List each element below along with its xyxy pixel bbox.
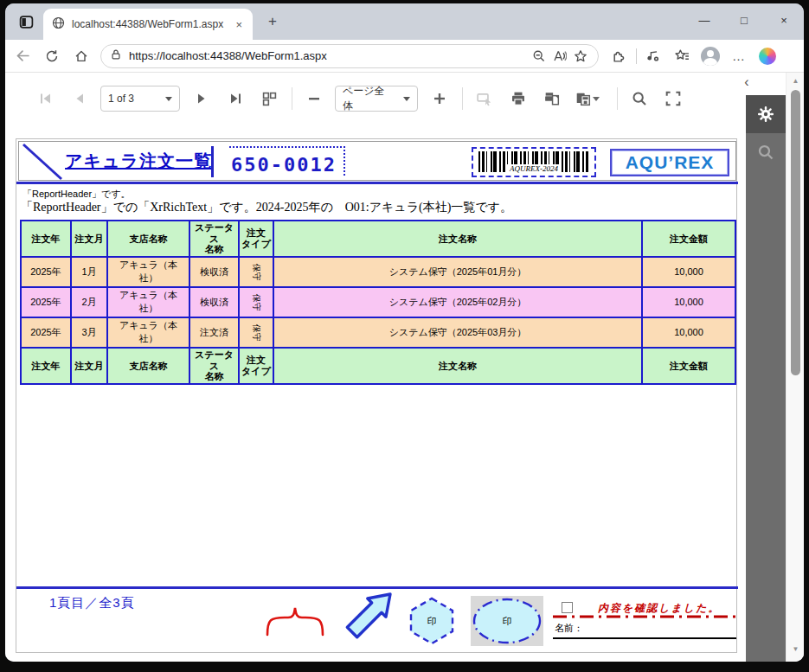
highlight-editing-fields-icon[interactable]	[472, 86, 498, 112]
home-icon[interactable]	[69, 44, 93, 68]
cell-order-type: 保守	[239, 257, 273, 287]
read-aloud-icon[interactable]	[549, 46, 570, 67]
toolbar-divider	[636, 48, 637, 64]
maximize-button[interactable]: □	[724, 3, 764, 36]
multipage-view-icon[interactable]	[256, 86, 282, 112]
table-row: 2025年 2月 アキュラ（本社） 検収済 保守 システム保守（2025年02月…	[21, 287, 735, 317]
close-button[interactable]: ×	[764, 3, 804, 36]
zoom-selector-value: ページ全体	[343, 84, 395, 113]
tab-title: localhost:44388/WebForm1.aspx	[72, 18, 232, 30]
browser-window: localhost:44388/WebForm1.aspx × + — □ × …	[5, 3, 804, 662]
cell-order-month: 1月	[71, 257, 107, 287]
signature-line	[553, 637, 736, 639]
col-order-name: 注文名称	[273, 221, 642, 257]
zoom-out-button[interactable]	[301, 86, 327, 112]
last-page-button[interactable]	[222, 86, 248, 112]
toolbar-separator	[462, 87, 463, 110]
cell-status: 検収済	[189, 257, 239, 287]
tab-search-panel[interactable]	[746, 133, 786, 171]
tab-strip: localhost:44388/WebForm1.aspx × + — □ ×	[5, 3, 804, 40]
print-page-icon[interactable]	[539, 86, 565, 112]
name-label: 名前：	[555, 622, 583, 635]
diagonal-line-shape	[21, 143, 64, 181]
cell-order-name: システム保守（2025年02月分）	[273, 287, 642, 317]
browser-tab[interactable]: localhost:44388/WebForm1.aspx ×	[43, 9, 253, 40]
header-divider-line	[211, 146, 214, 177]
company-logo: AQU’REX	[610, 149, 729, 176]
barcode-label: AQUREX-2024	[506, 164, 562, 173]
toolbar-separator	[292, 87, 292, 110]
postal-code-box: 650-0012	[229, 146, 345, 176]
col-branch-name: 支店名称	[107, 221, 189, 257]
zoom-selector[interactable]: ページ全体	[335, 86, 418, 112]
scrollbar-thumb[interactable]	[791, 90, 800, 375]
confirm-checkbox[interactable]	[562, 602, 573, 613]
header-rule-line	[16, 182, 738, 184]
collapse-panel-icon[interactable]: ‹	[738, 74, 755, 92]
page-scrollbar[interactable]: ▲ ▼	[786, 73, 804, 662]
window-controls: — □ ×	[684, 3, 804, 36]
cell-order-type: 保守	[239, 317, 273, 348]
fullscreen-icon[interactable]	[660, 86, 686, 112]
url-text[interactable]: https://localhost:44388/WebForm1.aspx	[129, 49, 529, 62]
arrow-polygon	[347, 594, 390, 637]
cell-order-year: 2025年	[21, 287, 71, 317]
cell-order-month: 3月	[71, 317, 107, 348]
first-page-button[interactable]	[33, 86, 59, 112]
cell-order-month: 2月	[71, 287, 107, 317]
favorites-hub-icon[interactable]	[671, 45, 693, 67]
viewer-side-rail	[746, 95, 786, 662]
favorite-star-icon[interactable]	[570, 46, 591, 67]
report-header-text: 「ReportHeader」です。	[22, 188, 131, 201]
cell-order-amount: 10,000	[642, 287, 735, 317]
extensions-icon[interactable]	[607, 45, 630, 67]
orders-table: 注文年 注文月 支店名称 ステータス 名称 注文 タイプ 注文名称 注文金額 2…	[20, 220, 736, 385]
footer-rule-line	[16, 586, 738, 589]
export-icon[interactable]	[573, 86, 607, 112]
table-header-row: 注文年 注文月 支店名称 ステータス 名称 注文 タイプ 注文名称 注文金額	[21, 221, 735, 257]
page-selector[interactable]: 1 of 3	[100, 86, 180, 112]
scroll-down-icon[interactable]: ▼	[787, 641, 804, 656]
cell-branch-name: アキュラ（本社）	[107, 317, 189, 348]
cell-order-name: システム保守（2025年03月分）	[273, 317, 642, 348]
zoom-in-button[interactable]	[427, 86, 453, 112]
stamp-hexagon: 印	[408, 596, 456, 646]
profile-avatar[interactable]	[699, 45, 722, 67]
stamp-text: 印	[408, 615, 456, 628]
search-icon	[757, 144, 774, 161]
report-page: アキュラ注文一覧 650-0012 AQUREX-2024 AQU’REX 「R…	[16, 138, 737, 653]
globe-icon	[52, 16, 65, 33]
report-title: アキュラ注文一覧	[64, 150, 213, 173]
stamp-ellipse: 印	[471, 596, 543, 646]
col-order-year: 注文年	[21, 221, 71, 257]
back-icon[interactable]	[10, 44, 35, 68]
page-number-info: 1頁目／全3頁	[49, 595, 135, 611]
cell-order-amount: 10,000	[642, 257, 735, 287]
col-status-name: ステータス 名称	[189, 221, 239, 257]
lock-icon	[110, 48, 122, 64]
address-bar: https://localhost:44388/WebForm1.aspx	[5, 40, 804, 73]
settings-more-icon[interactable]: …	[728, 45, 750, 67]
next-page-button[interactable]	[189, 86, 215, 112]
tab-export-options[interactable]	[746, 95, 786, 133]
screenshot-stage: localhost:44388/WebForm1.aspx × + — □ × …	[0, 0, 809, 672]
cell-order-year: 2025年	[21, 317, 71, 348]
tab-close-icon[interactable]: ×	[232, 18, 246, 31]
cell-status: 検収済	[189, 287, 239, 317]
table-row: 2025年 1月 アキュラ（本社） 検収済 保守 システム保守（2025年01月…	[21, 257, 735, 287]
omnibox[interactable]: https://localhost:44388/WebForm1.aspx	[100, 44, 599, 68]
minimize-button[interactable]: —	[684, 3, 724, 36]
copilot-icon[interactable]	[756, 45, 779, 67]
cell-order-amount: 10,000	[642, 317, 735, 348]
search-icon[interactable]	[626, 86, 652, 112]
scroll-up-icon[interactable]: ▲	[787, 73, 804, 88]
previous-page-button[interactable]	[67, 86, 93, 112]
media-controls-icon[interactable]	[642, 45, 665, 67]
print-icon[interactable]	[505, 86, 531, 112]
new-tab-button[interactable]: +	[261, 13, 284, 30]
brace-shape	[265, 605, 325, 637]
refresh-icon[interactable]	[40, 44, 64, 68]
tab-actions-menu-icon[interactable]	[16, 11, 36, 32]
zoom-out-page-icon[interactable]	[529, 46, 549, 67]
arrow-up-right-shape	[341, 590, 395, 643]
